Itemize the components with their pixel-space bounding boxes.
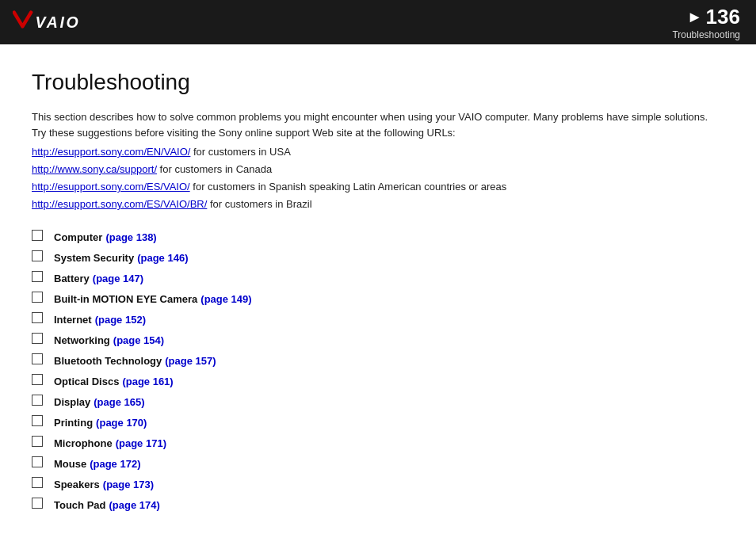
toc-page-link[interactable]: (page 138) (105, 231, 156, 243)
toc-label: Bluetooth Technology (54, 355, 162, 367)
checkbox-icon (32, 374, 43, 385)
toc-page-link[interactable]: (page 170) (96, 417, 147, 429)
toc-item: Battery (page 147) (32, 270, 724, 284)
toc-label: Microphone (54, 437, 113, 449)
checkbox-icon (32, 250, 43, 261)
link-suffix-1: for customers in USA (190, 146, 290, 158)
toc-page-link[interactable]: (page 165) (94, 396, 144, 408)
header: VAIO ► 136 Troubleshooting (0, 0, 756, 44)
checkbox-icon (32, 477, 43, 488)
page-title: Troubleshooting (32, 70, 724, 95)
link-line-2: http://www.sony.ca/support/ for customer… (32, 161, 724, 178)
checkbox-icon (32, 271, 43, 282)
toc-label: Battery (54, 273, 90, 284)
toc-page-link[interactable]: (page 173) (103, 479, 154, 490)
checkbox-icon (32, 395, 43, 406)
toc-item: System Security (page 146) (32, 250, 724, 264)
page-number: 136 (706, 5, 740, 29)
link-line-1: http://esupport.sony.com/EN/VAIO/ for cu… (32, 143, 724, 161)
toc-page-link[interactable]: (page 171) (116, 437, 166, 449)
toc-item: Computer (page 138) (32, 229, 724, 243)
toc-label: System Security (54, 252, 134, 264)
toc-label: Optical Discs (54, 376, 119, 387)
link-line-4: http://esupport.sony.com/ES/VAIO/BR/ for… (32, 196, 724, 213)
toc-label: Internet (54, 314, 92, 326)
checkbox-icon (32, 292, 43, 303)
link-suffix-4: for customers in Brazil (207, 198, 311, 210)
intro-paragraph: This section describes how to solve comm… (32, 109, 724, 140)
toc-label: Display (54, 396, 90, 408)
toc-label: Touch Pad (54, 499, 105, 511)
svg-text:VAIO: VAIO (35, 13, 80, 31)
toc-item: Speakers (page 173) (32, 476, 724, 490)
checkbox-icon (32, 498, 43, 509)
checkbox-icon (32, 230, 43, 241)
header-section-title: Troubleshooting (672, 29, 740, 40)
toc-item: Display (page 165) (32, 394, 724, 408)
link-brazil[interactable]: http://esupport.sony.com/ES/VAIO/BR/ (32, 198, 207, 210)
link-usa[interactable]: http://esupport.sony.com/EN/VAIO/ (32, 146, 190, 158)
toc-label: Speakers (54, 479, 100, 490)
toc-page-link[interactable]: (page 149) (200, 293, 251, 305)
header-arrow: ► (687, 8, 703, 26)
toc-item: Printing (page 170) (32, 414, 724, 429)
toc-item: Microphone (page 171) (32, 435, 724, 449)
toc-label: Mouse (54, 458, 86, 470)
toc-page-link[interactable]: (page 146) (137, 252, 188, 264)
intro-links: http://esupport.sony.com/EN/VAIO/ for cu… (32, 143, 724, 213)
toc-list: Computer (page 138)System Security (page… (32, 229, 724, 511)
checkbox-icon (32, 415, 43, 426)
checkbox-icon (32, 436, 43, 447)
page-info: ► 136 Troubleshooting (672, 5, 740, 40)
vaio-logo: VAIO (13, 10, 90, 35)
toc-item: Optical Discs (page 161) (32, 373, 724, 387)
link-suffix-3: for customers in Spanish speaking Latin … (190, 181, 507, 193)
checkbox-icon (32, 353, 43, 364)
toc-item: Networking (page 154) (32, 332, 724, 346)
toc-label: Networking (54, 334, 110, 346)
toc-page-link[interactable]: (page 154) (113, 334, 164, 346)
toc-item: Built-in MOTION EYE Camera (page 149) (32, 291, 724, 305)
checkbox-icon (32, 333, 43, 344)
toc-item: Touch Pad (page 174) (32, 497, 724, 511)
checkbox-icon (32, 456, 43, 467)
toc-page-link[interactable]: (page 161) (122, 376, 173, 387)
toc-item: Bluetooth Technology (page 157) (32, 353, 724, 367)
link-suffix-2: for customers in Canada (157, 163, 272, 175)
toc-page-link[interactable]: (page 157) (165, 355, 216, 367)
checkbox-icon (32, 312, 43, 323)
toc-page-link[interactable]: (page 152) (95, 314, 146, 326)
toc-item: Internet (page 152) (32, 311, 724, 326)
toc-item: Mouse (page 172) (32, 456, 724, 470)
main-content: Troubleshooting This section describes h… (0, 44, 756, 534)
link-canada[interactable]: http://www.sony.ca/support/ (32, 163, 157, 175)
toc-label: Printing (54, 417, 93, 429)
toc-page-link[interactable]: (page 147) (93, 273, 143, 284)
toc-label: Computer (54, 231, 102, 243)
toc-page-link[interactable]: (page 172) (90, 458, 140, 470)
link-latin-america[interactable]: http://esupport.sony.com/ES/VAIO/ (32, 181, 190, 193)
toc-page-link[interactable]: (page 174) (109, 499, 159, 511)
toc-label: Built-in MOTION EYE Camera (54, 293, 197, 305)
link-line-3: http://esupport.sony.com/ES/VAIO/ for cu… (32, 178, 724, 196)
